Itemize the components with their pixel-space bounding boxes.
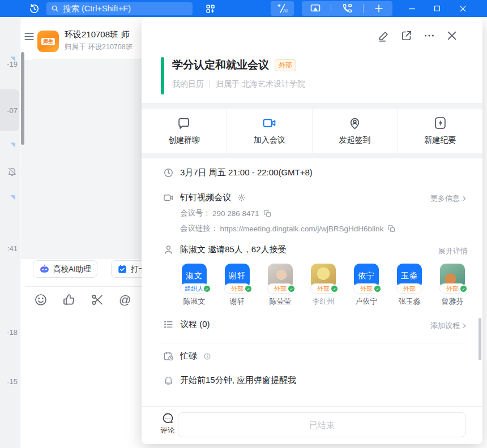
role-label: 外部: [446, 285, 459, 293]
attendee-name: 张玉淼: [399, 296, 421, 307]
emoji-icon[interactable]: [34, 293, 48, 307]
copy-icon[interactable]: [387, 225, 396, 233]
check-calendar-icon: [117, 264, 127, 274]
edit-icon[interactable]: [378, 29, 390, 42]
minimize-button[interactable]: [402, 0, 421, 17]
attendee-name: 卢依宁: [356, 296, 378, 307]
history-icon[interactable]: [26, 0, 42, 17]
ai-translate-button[interactable]: AI: [271, 1, 294, 16]
more-icon[interactable]: [423, 29, 435, 42]
event-time: 3月7日 周五 21:00 - 22:00(GMT+8): [180, 167, 313, 178]
search-input[interactable]: 搜索 (Ctrl+Shift+F): [46, 2, 193, 15]
chat-item-time[interactable]: -19: [0, 60, 18, 68]
action-label: 发起签到: [339, 135, 370, 145]
attendee[interactable]: 外部 ✓ 曾雅芬: [437, 264, 468, 307]
plus-icon[interactable]: [369, 3, 389, 14]
calendar-name: 我的日历: [172, 79, 204, 89]
checkin-pin-icon: [348, 116, 362, 130]
start-checkin-button[interactable]: 发起签到: [313, 109, 398, 153]
ai-assistant-label: 高校AI助理: [53, 264, 91, 274]
accepted-check-icon: ✓: [288, 285, 295, 292]
section-divider: [163, 343, 467, 343]
create-group-chat-button[interactable]: 创建群聊: [142, 109, 227, 153]
close-panel-icon[interactable]: [446, 29, 458, 42]
meeting-link: https://meeting.dingtalk.com/j/wjBRSgHdH…: [220, 225, 384, 233]
attendee[interactable]: 外部 ✓ 陈莹莹: [265, 264, 296, 307]
thumbs-up-icon[interactable]: [62, 293, 76, 307]
attendee[interactable]: 外部 ✓ 李红州: [308, 264, 339, 307]
scissors-icon[interactable]: [91, 293, 104, 307]
chat-item-time[interactable]: -15: [0, 377, 18, 386]
open-external-icon[interactable]: [400, 29, 413, 42]
meeting-id: 290 286 8471: [212, 209, 259, 218]
gear-icon[interactable]: [237, 193, 246, 202]
expand-details-label: 展开详情: [438, 246, 468, 256]
corner-badge-icon: [10, 143, 15, 148]
close-window-button[interactable]: [453, 0, 472, 17]
copy-icon[interactable]: [263, 209, 272, 218]
attendee-name: 曾雅芬: [442, 296, 464, 307]
group-avatar[interactable]: 师生: [37, 31, 59, 52]
meeting-link-row: 会议链接： https://meeting.dingtalk.com/j/wjB…: [180, 223, 396, 234]
attendee-avatars: 淑文 组织人 ✓ 陈淑文 谢轩 外部 ✓ 谢轩 外部 ✓ 陈莹莹: [179, 264, 468, 307]
chat-group-subtitle: 归属于 环设210708班: [65, 42, 133, 52]
attendee-role-badge: 外部 ✓: [353, 283, 379, 294]
chat-item-time[interactable]: :41: [0, 244, 18, 253]
search-icon: [51, 5, 59, 12]
chat-bubble-icon: [177, 116, 191, 130]
agenda-label: 议程 (0): [180, 319, 210, 330]
join-meeting-button[interactable]: 加入会议: [227, 109, 313, 153]
attendee-name: 陈莹莹: [270, 296, 292, 307]
ai-assistant-button[interactable]: 高校AI助理: [33, 260, 97, 278]
attendee[interactable]: 淑文 组织人 ✓ 陈淑文: [179, 264, 210, 307]
calendar-color-bar: [161, 57, 164, 94]
attendee[interactable]: 依宁 外部 ✓ 卢依宁: [351, 264, 382, 307]
chat-item-time[interactable]: -18: [0, 328, 18, 337]
screen-share-icon[interactable]: [305, 3, 325, 14]
calendar-owner: 归属于 北海艺术设计学院: [216, 79, 305, 89]
expand-details-link[interactable]: 展开详情: [438, 246, 468, 256]
more-info-link[interactable]: 更多信息: [430, 193, 468, 204]
busy-status-row: 忙碌: [142, 351, 482, 361]
chat-item-time[interactable]: -07: [0, 106, 18, 115]
role-label: 外部: [317, 285, 330, 293]
info-icon[interactable]: [203, 352, 211, 360]
agenda-list-icon: [163, 319, 174, 330]
maximize-button[interactable]: [428, 0, 447, 17]
robot-icon: [39, 264, 50, 274]
svg-text:AI: AI: [283, 8, 287, 14]
time-row: 3月7日 周五 21:00 - 22:00(GMT+8): [142, 167, 482, 178]
clock-icon: [163, 167, 174, 178]
accepted-check-icon: ✓: [331, 285, 338, 292]
external-badge: 外部: [275, 59, 296, 71]
attendee-name: 李红州: [313, 296, 335, 307]
add-agenda-label: 添加议程: [430, 321, 460, 331]
panel-scrollbar[interactable]: [479, 318, 481, 360]
reminder-text: 开始前15分钟, 应用弹窗提醒我: [180, 375, 296, 386]
video-camera-icon: [262, 116, 276, 130]
attendee-role-badge: 外部 ✓: [267, 283, 293, 294]
search-placeholder: 搜索 (Ctrl+Shift+F): [63, 3, 131, 14]
new-minutes-button[interactable]: 新建纪要: [398, 109, 482, 153]
chat-list-scrollbar[interactable]: [21, 52, 24, 145]
titlebar-divider: [363, 4, 364, 13]
action-label: 新建纪要: [424, 135, 456, 145]
video-call-icon[interactable]: [337, 3, 357, 14]
mention-icon[interactable]: @: [119, 293, 131, 307]
chat-group-title: 环设210708班 师: [65, 29, 129, 40]
attendee[interactable]: 谢轩 外部 ✓ 谢轩: [222, 264, 253, 307]
comment-button[interactable]: 评论: [156, 412, 179, 436]
role-label: 外部: [403, 285, 416, 293]
meeting-link-label: 会议链接：: [180, 223, 219, 234]
hamburger-menu-icon[interactable]: [24, 32, 35, 41]
attendee[interactable]: 玉淼 外部 张玉淼: [394, 264, 425, 307]
attendee-role-badge: 外部 ✓: [224, 283, 250, 294]
action-label: 加入会议: [254, 135, 285, 145]
call-tools-group: [302, 1, 392, 16]
apps-grid-icon[interactable]: [202, 0, 219, 17]
titlebar-divider: [331, 4, 331, 13]
attendees-row: 陈淑文 邀请85人，62人接受: [142, 244, 482, 255]
meeting-id-row: 会议号： 290 286 8471: [180, 208, 272, 218]
add-agenda-link[interactable]: 添加议程: [430, 321, 468, 331]
chevron-right-icon: [461, 322, 468, 329]
